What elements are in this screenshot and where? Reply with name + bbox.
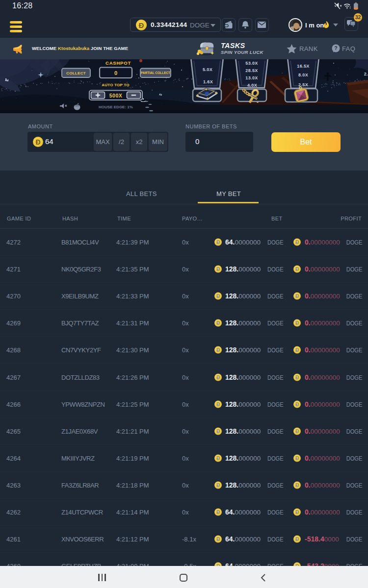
svg-text:13.0X: 13.0X	[245, 75, 258, 80]
svg-text:8.0X: 8.0X	[298, 73, 308, 77]
svg-text:AUTO TOP TO: AUTO TOP TO	[102, 83, 129, 87]
svg-text:1.6X: 1.6X	[203, 79, 213, 84]
svg-text:4.0X: 4.0X	[247, 83, 257, 88]
svg-text:CASHPOT: CASHPOT	[105, 60, 131, 66]
svg-text:0: 0	[114, 70, 117, 76]
svg-text:5.0X: 5.0X	[203, 67, 212, 72]
svg-text:53.0X: 53.0X	[245, 61, 258, 66]
svg-text:PARTIAL COLLECT: PARTIAL COLLECT	[141, 71, 170, 74]
svg-text:28.5X: 28.5X	[245, 68, 258, 73]
svg-text:2.5X: 2.5X	[298, 82, 308, 87]
svg-text:HOUSE EDGE: 1%: HOUSE EDGE: 1%	[99, 105, 133, 109]
svg-text:500X: 500X	[109, 93, 123, 98]
svg-text:16.5X: 16.5X	[297, 64, 310, 69]
svg-text:COLLECT: COLLECT	[66, 71, 86, 75]
svg-text:?: ?	[334, 45, 337, 51]
svg-text:2.: 2.	[364, 72, 368, 76]
